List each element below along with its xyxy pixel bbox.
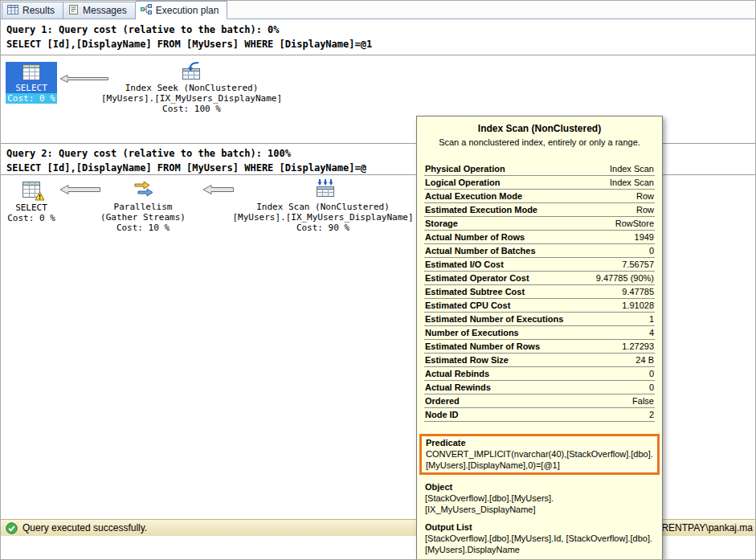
tooltip-row: Number of Executions4 — [424, 327, 655, 340]
select-node-cost: Cost: 0 % — [6, 93, 57, 104]
tooltip-subtitle: Scan a nonclustered index, entirely or o… — [424, 137, 655, 147]
parallelism-line1: Parallelism — [91, 202, 195, 212]
tooltip-row-value: 1 — [649, 314, 654, 324]
warning-icon — [35, 191, 45, 203]
tooltip-title: Index Scan (NonClustered) — [424, 123, 655, 134]
tooltip-section-label: Object — [425, 482, 654, 492]
success-icon — [6, 522, 18, 534]
results-grid-icon — [7, 5, 18, 17]
messages-icon — [68, 5, 79, 17]
index-seek-line1: Index Seek (NonClustered) — [89, 83, 294, 93]
divider — [1, 55, 755, 55]
plan-node-select-q2[interactable]: SELECT Cost: 0 % — [6, 179, 57, 223]
tooltip-row-value: 7.56757 — [622, 260, 654, 269]
results-pane-tabstrip: Results Messages — [1, 1, 755, 19]
status-message: Query executed successfully. — [22, 522, 147, 533]
select-node-label: SELECT — [6, 83, 57, 93]
index-scan-cost: Cost: 90 % — [231, 223, 415, 233]
select-node-cost: Cost: 0 % — [6, 213, 57, 223]
tooltip-row-value: 2 — [649, 410, 654, 419]
plan-arrow[interactable] — [60, 185, 100, 194]
tooltip-row-value: 1.91028 — [622, 300, 654, 310]
tooltip-row: Estimated CPU Cost1.91028 — [424, 300, 655, 313]
result-icon — [6, 179, 57, 202]
tooltip-row-value: 1.27293 — [622, 341, 654, 351]
execution-plan-pane: Results Messages — [0, 0, 756, 560]
query1-sql: SELECT [Id],[DisplayName] FROM [MyUsers]… — [6, 39, 372, 50]
tooltip-row: Estimated Subtree Cost9.47785 — [424, 286, 655, 299]
tooltip-row-label: Actual Number of Rows — [425, 232, 525, 242]
result-icon — [6, 62, 57, 83]
tooltip-section-object: Object[StackOverflow].[dbo].[MyUsers].[I… — [424, 482, 655, 515]
tooltip-row: Physical OperationIndex Scan — [424, 163, 655, 176]
tab-results-label: Results — [22, 5, 55, 16]
parallelism-line2: (Gather Streams) — [91, 212, 195, 223]
tooltip-row-label: Logical Operation — [425, 178, 501, 187]
plan-node-parallelism[interactable]: Parallelism (Gather Streams) Cost: 10 % — [91, 202, 195, 233]
tooltip-row-value: Index Scan — [610, 178, 654, 187]
tooltip-row: Actual Rewinds0 — [424, 382, 655, 394]
tooltip-row: Actual Rebinds0 — [424, 368, 655, 381]
tab-execution-plan-label: Execution plan — [156, 5, 219, 16]
tooltip-section-label: Output List — [425, 522, 654, 532]
tooltip-row: Actual Number of Batches0 — [424, 245, 655, 258]
tooltip-sections: PredicateCONVERT_IMPLICIT(nvarchar(40),[… — [424, 434, 655, 555]
tooltip-row: Estimated I/O Cost7.56757 — [424, 259, 655, 272]
tooltip-row: StorageRowStore — [424, 218, 655, 231]
tab-execution-plan[interactable]: Execution plan — [136, 1, 228, 19]
tooltip-row-label: Actual Execution Mode — [425, 191, 522, 201]
tooltip-row: Actual Number of Rows1949 — [424, 231, 655, 244]
parallelism-icon[interactable] — [133, 179, 155, 203]
execution-plan-icon — [141, 4, 152, 17]
tooltip-row-label: Estimated Number of Rows — [425, 341, 540, 351]
tab-messages-label: Messages — [83, 5, 127, 16]
index-seek-line2: [MyUsers].[IX_MyUsers_DisplayName] — [89, 93, 294, 104]
tooltip-row: Estimated Number of Rows1.27293 — [424, 341, 655, 354]
tooltip-row: Estimated Row Size24 B — [424, 354, 655, 367]
plan-arrow[interactable] — [203, 185, 234, 194]
tooltip-row-value: Row — [636, 191, 654, 201]
tab-results[interactable]: Results — [2, 2, 63, 18]
plan-node-index-seek[interactable]: Index Seek (NonClustered) [MyUsers].[IX_… — [89, 83, 294, 114]
query2-sql: SELECT [Id],[DisplayName] FROM [MyUsers]… — [6, 162, 366, 174]
parallelism-cost: Cost: 10 % — [91, 223, 195, 233]
select-node-label: SELECT — [6, 202, 57, 213]
tooltip-section-text: [StackOverflow].[dbo].[MyUsers].[IX_MyUs… — [425, 493, 654, 515]
tooltip-row-value: 9.47785 — [622, 287, 654, 296]
tooltip-row-label: Node ID — [425, 410, 459, 419]
tooltip-row-value: 0 — [649, 382, 654, 392]
tooltip-row-label: Estimated Subtree Cost — [425, 287, 525, 296]
plan-arrow[interactable] — [60, 75, 108, 83]
tooltip-section-label: Predicate — [426, 438, 653, 448]
tooltip-row-label: Estimated Execution Mode — [425, 205, 537, 215]
operator-tooltip: Index Scan (NonClustered) Scan a nonclus… — [416, 116, 663, 560]
plan-node-index-scan[interactable]: Index Scan (NonClustered) [MyUsers].[IX_… — [231, 202, 415, 233]
index-scan-line2: [MyUsers].[IX_MyUsers_DisplayName] — [231, 212, 415, 223]
tooltip-row-value: 24 B — [635, 355, 654, 365]
query1-header: Query 1: Query cost (relative to the bat… — [6, 24, 280, 35]
tooltip-section-text: CONVERT_IMPLICIT(nvarchar(40),[StackOver… — [426, 448, 653, 471]
tooltip-row-label: Actual Number of Batches — [425, 246, 536, 255]
index-scan-line1: Index Scan (NonClustered) — [231, 202, 415, 212]
tooltip-row-label: Estimated CPU Cost — [425, 300, 510, 310]
tooltip-row-label: Ordered — [425, 396, 460, 406]
index-scan-icon[interactable] — [314, 178, 337, 203]
tooltip-row-label: Estimated Number of Executions — [425, 314, 563, 324]
tooltip-row-value: 4 — [649, 328, 654, 337]
tooltip-row: OrderedFalse — [424, 395, 655, 408]
tooltip-row-value: 1949 — [635, 232, 654, 242]
status-user-info: ARENTPAY\pankaj.ma — [655, 522, 753, 533]
tooltip-row-label: Actual Rebinds — [425, 369, 489, 378]
tooltip-row-value: 9.47785 (90%) — [596, 273, 654, 283]
tab-messages[interactable]: Messages — [63, 2, 136, 18]
tooltip-row-label: Physical Operation — [425, 164, 505, 174]
tooltip-section-text: [StackOverflow].[dbo].[MyUsers].Id, [Sta… — [425, 533, 654, 555]
tooltip-row-value: 0 — [649, 369, 654, 378]
plan-node-select-q1[interactable]: SELECT Cost: 0 % — [6, 62, 57, 104]
tooltip-row: Actual Execution ModeRow — [424, 190, 655, 203]
tooltip-row-value: RowStore — [615, 219, 654, 228]
tooltip-row: Node ID2 — [424, 409, 655, 422]
tooltip-row-label: Estimated Operator Cost — [425, 273, 529, 283]
tooltip-row-label: Number of Executions — [425, 328, 519, 337]
tooltip-section-predicate: PredicateCONVERT_IMPLICIT(nvarchar(40),[… — [419, 434, 660, 475]
